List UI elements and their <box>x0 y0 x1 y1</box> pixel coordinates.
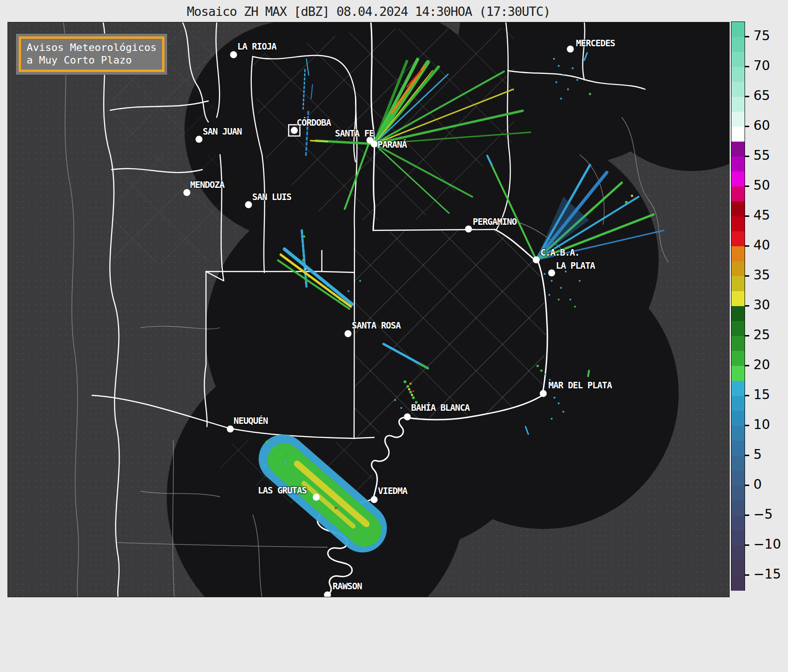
city-label: CÓRDOBA <box>297 117 332 128</box>
warning-line-2: a Muy Corto Plazo <box>27 54 156 66</box>
city-dot <box>404 414 411 421</box>
colorbar-cell <box>731 545 745 561</box>
colorbar-tick <box>745 96 749 97</box>
colorbar-cell <box>731 500 745 516</box>
city-label: C.A.B.A. <box>540 247 580 257</box>
colorbar-cell <box>731 97 745 112</box>
city-label: LAS GRUTAS <box>258 485 307 495</box>
reflectivity-colorbar <box>731 21 745 591</box>
city-label: LA RIOJA <box>237 41 277 51</box>
colorbar-cell <box>731 441 745 456</box>
colorbar-tick-label: 10 <box>753 417 770 432</box>
city-dot <box>313 494 320 501</box>
colorbar-tick <box>745 574 749 576</box>
colorbar-cell <box>731 82 745 97</box>
colorbar-cell <box>731 157 745 172</box>
colorbar-tick <box>745 365 749 366</box>
colorbar-tick <box>745 126 749 127</box>
city-label: SANTA ROSA <box>352 320 401 330</box>
colorbar-cell <box>731 530 745 546</box>
colorbar-cell <box>731 261 745 277</box>
city-dot <box>184 189 191 196</box>
radar-map: MERCEDESLA RIOJASAN JUANCÓRDOBASANTA FEP… <box>7 22 730 597</box>
radar-mosaic-figure: Mosaico ZH MAX [dBZ] 08.04.2024 14:30HOA… <box>0 0 788 672</box>
city-dot <box>371 496 378 503</box>
colorbar-cell <box>731 216 745 232</box>
colorbar-tick <box>745 245 749 247</box>
colorbar-cell <box>731 142 745 157</box>
colorbar-tick-label: 65 <box>753 88 770 103</box>
city-label: BAHÍA BLANCA <box>411 402 470 413</box>
colorbar-tick <box>745 215 749 217</box>
city-dot <box>548 270 555 277</box>
colorbar-tick <box>745 36 749 37</box>
colorbar-cell <box>731 246 745 262</box>
colorbar-cell <box>731 411 745 426</box>
colorbar-tick-label: 25 <box>753 327 770 343</box>
map-canvas: MERCEDESLA RIOJASAN JUANCÓRDOBASANTA FEP… <box>8 22 730 597</box>
colorbar-cell <box>731 306 745 322</box>
colorbar-tick <box>745 485 749 486</box>
city-label: MERCEDES <box>576 38 615 48</box>
city-dot <box>230 51 237 58</box>
colorbar-cell <box>731 396 745 411</box>
warning-banner-frame: Avisos Meteorológicos a Muy Corto Plazo <box>19 36 164 72</box>
colorbar-tick-label: −5 <box>753 507 773 522</box>
colorbar-cell <box>731 560 745 576</box>
city-dot <box>291 127 298 134</box>
colorbar-tick-label: 0 <box>753 477 762 492</box>
colorbar-cell <box>731 37 745 52</box>
warning-line-1: Avisos Meteorológicos <box>27 41 156 54</box>
city-dot <box>533 257 540 264</box>
colorbar-cell <box>731 381 745 396</box>
colorbar-cell <box>731 515 745 531</box>
colorbar-tick <box>745 395 749 396</box>
colorbar-cell <box>731 172 745 187</box>
colorbar-tick-label: −15 <box>753 566 781 582</box>
colorbar-tick <box>745 275 749 277</box>
colorbar-cell <box>731 127 745 142</box>
colorbar-cell <box>731 276 745 292</box>
colorbar-cell <box>731 575 745 591</box>
city-label: MAR DEL PLATA <box>548 380 612 390</box>
colorbar-tick <box>745 425 749 426</box>
city-dot <box>245 201 252 208</box>
colorbar-tick-label: 15 <box>753 387 770 402</box>
colorbar-cell <box>731 486 745 501</box>
city-dot <box>567 46 574 53</box>
colorbar-cell <box>731 366 745 381</box>
city-label: RAWSON <box>333 581 362 591</box>
figure-title: Mosaico ZH MAX [dBZ] 08.04.2024 14:30HOA… <box>7 4 730 19</box>
colorbar-cell <box>731 52 745 67</box>
colorbar-tick <box>745 305 749 307</box>
footer: Servicio Meteorológico Nacional INTA Min… <box>0 597 788 672</box>
city-label: SAN JUAN <box>203 126 242 136</box>
colorbar-ticks: 757065605550454035302520151050−5−10−15 <box>745 0 787 672</box>
warning-banner[interactable]: Avisos Meteorológicos a Muy Corto Plazo <box>16 34 167 75</box>
colorbar-tick <box>745 156 749 157</box>
colorbar-cell <box>731 336 745 351</box>
colorbar-tick-label: 35 <box>753 267 770 283</box>
colorbar-tick <box>745 186 749 187</box>
colorbar-cell <box>731 351 745 366</box>
colorbar-tick-label: 60 <box>753 118 770 133</box>
colorbar-tick-label: 20 <box>753 357 770 372</box>
city-label: SANTA FE <box>335 128 374 138</box>
colorbar-cell <box>731 112 745 127</box>
colorbar-cell <box>731 67 745 82</box>
colorbar-tick-label: −10 <box>753 536 781 552</box>
city-label: SAN LUIS <box>252 192 291 202</box>
colorbar-cell <box>731 291 745 307</box>
colorbar-cell <box>731 471 745 486</box>
colorbar-tick-label: 40 <box>753 237 770 253</box>
colorbar-cell <box>731 456 745 471</box>
colorbar-tick-label: 45 <box>753 207 770 223</box>
colorbar-tick-label: 50 <box>753 178 770 193</box>
city-dot <box>540 390 547 397</box>
city-label: NEUQUÉN <box>234 415 268 426</box>
colorbar-tick-label: 30 <box>753 297 770 313</box>
colorbar-cell <box>731 231 745 247</box>
colorbar-tick-label: 70 <box>753 58 770 73</box>
city-dot <box>345 330 352 337</box>
city-label: VIEDMA <box>378 486 408 496</box>
